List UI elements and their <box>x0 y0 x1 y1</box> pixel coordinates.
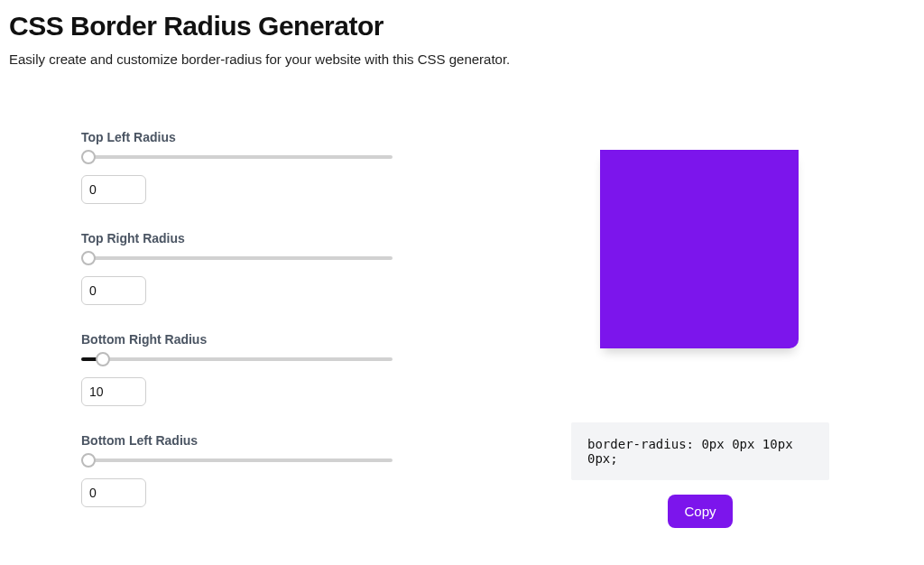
slider-top-left[interactable] <box>81 155 393 159</box>
preview-box <box>600 150 799 348</box>
page-subtitle: Easily create and customize border-radiu… <box>9 51 915 67</box>
preview-panel: border-radius: 0px 0px 10px 0px; Copy <box>478 130 915 534</box>
copy-button[interactable]: Copy <box>668 495 732 528</box>
input-bottom-right[interactable] <box>81 377 146 406</box>
input-top-right[interactable] <box>81 276 146 305</box>
label-bottom-right: Bottom Right Radius <box>81 332 478 347</box>
slider-bottom-right[interactable] <box>81 357 393 361</box>
control-bottom-right: Bottom Right Radius <box>81 332 478 406</box>
page-title: CSS Border Radius Generator <box>9 11 915 42</box>
control-top-left: Top Left Radius <box>81 130 478 204</box>
input-bottom-left[interactable] <box>81 478 146 507</box>
slider-bottom-left[interactable] <box>81 458 393 462</box>
label-top-right: Top Right Radius <box>81 231 478 245</box>
label-top-left: Top Left Radius <box>81 130 478 144</box>
control-top-right: Top Right Radius <box>81 231 478 305</box>
control-bottom-left: Bottom Left Radius <box>81 433 478 507</box>
code-output: border-radius: 0px 0px 10px 0px; <box>571 422 829 480</box>
slider-top-right[interactable] <box>81 256 393 260</box>
input-top-left[interactable] <box>81 175 146 204</box>
label-bottom-left: Bottom Left Radius <box>81 433 478 448</box>
controls-panel: Top Left Radius Top Right Radius Bottom … <box>9 130 478 534</box>
